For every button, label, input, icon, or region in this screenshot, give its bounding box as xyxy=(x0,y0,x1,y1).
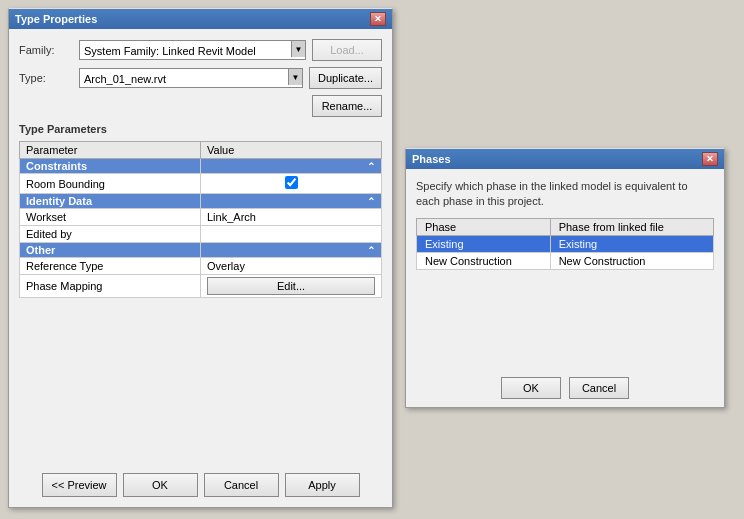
family-control-group: System Family: Linked Revit Model ▼ Load… xyxy=(79,39,382,61)
room-bounding-value[interactable] xyxy=(201,174,382,194)
phases-table: Phase Phase from linked file Existing Ex… xyxy=(416,218,714,270)
type-params-label: Type Parameters xyxy=(19,123,382,135)
parameters-table: Parameter Value Constraints ⌃ Room Bound… xyxy=(19,141,382,298)
family-label: Family: xyxy=(19,44,79,56)
identity-data-collapse-icon[interactable]: ⌃ xyxy=(201,194,382,209)
phase-mapping-value[interactable]: Edit... xyxy=(201,275,382,298)
new-construction-row[interactable]: New Construction New Construction xyxy=(417,252,714,269)
other-label: Other xyxy=(20,243,201,258)
phase-col-header: Phase xyxy=(417,218,551,235)
other-group-row: Other ⌃ xyxy=(20,243,382,258)
identity-data-group-row: Identity Data ⌃ xyxy=(20,194,382,209)
type-value: Arch_01_new.rvt xyxy=(80,69,288,87)
room-bounding-checkbox[interactable] xyxy=(285,176,298,189)
other-collapse-icon[interactable]: ⌃ xyxy=(201,243,382,258)
new-construction-phase: New Construction xyxy=(417,252,551,269)
param-header: Parameter xyxy=(20,142,201,159)
type-combo-arrow[interactable]: ▼ xyxy=(288,69,302,85)
new-construction-linked-phase: New Construction xyxy=(550,252,713,269)
edited-by-value xyxy=(201,226,382,243)
load-button[interactable]: Load... xyxy=(312,39,382,61)
type-properties-titlebar: Type Properties ✕ xyxy=(9,9,392,29)
type-row: Type: Arch_01_new.rvt ▼ Duplicate... xyxy=(19,67,382,89)
existing-linked-phase: Existing xyxy=(550,235,713,252)
family-combo-arrow[interactable]: ▼ xyxy=(291,41,305,57)
type-properties-dialog: Type Properties ✕ Family: System Family:… xyxy=(8,8,393,508)
phases-titlebar: Phases ✕ xyxy=(406,149,724,169)
cancel-button[interactable]: Cancel xyxy=(204,473,279,497)
edited-by-label: Edited by xyxy=(20,226,201,243)
reference-type-label: Reference Type xyxy=(20,258,201,275)
workset-value: Link_Arch xyxy=(201,209,382,226)
phases-cancel-button[interactable]: Cancel xyxy=(569,377,629,399)
value-header: Value xyxy=(201,142,382,159)
phases-close-button[interactable]: ✕ xyxy=(702,152,718,166)
phases-footer: OK Cancel xyxy=(406,377,724,399)
type-control-group: Arch_01_new.rvt ▼ Duplicate... xyxy=(79,67,382,89)
close-icon: ✕ xyxy=(374,14,382,24)
workset-row: Workset Link_Arch xyxy=(20,209,382,226)
type-combo[interactable]: Arch_01_new.rvt ▼ xyxy=(79,68,303,88)
existing-row[interactable]: Existing Existing xyxy=(417,235,714,252)
phase-mapping-edit-button[interactable]: Edit... xyxy=(207,277,375,295)
family-value: System Family: Linked Revit Model xyxy=(80,41,291,59)
duplicate-button[interactable]: Duplicate... xyxy=(309,67,382,89)
rename-button[interactable]: Rename... xyxy=(312,95,382,117)
reference-type-value: Overlay xyxy=(201,258,382,275)
type-properties-title: Type Properties xyxy=(15,13,97,25)
constraints-group-row: Constraints ⌃ xyxy=(20,159,382,174)
family-row: Family: System Family: Linked Revit Mode… xyxy=(19,39,382,61)
phase-mapping-row: Phase Mapping Edit... xyxy=(20,275,382,298)
constraints-collapse-icon[interactable]: ⌃ xyxy=(201,159,382,174)
type-properties-close-button[interactable]: ✕ xyxy=(370,12,386,26)
chevron-down-icon: ▼ xyxy=(295,45,303,54)
phases-content: Specify which phase in the linked model … xyxy=(406,169,724,407)
type-props-footer: << Preview OK Cancel Apply xyxy=(9,473,392,497)
linked-file-col-header: Phase from linked file xyxy=(550,218,713,235)
type-label: Type: xyxy=(19,72,79,84)
edited-by-row: Edited by xyxy=(20,226,382,243)
phase-mapping-label: Phase Mapping xyxy=(20,275,201,298)
room-bounding-row: Room Bounding xyxy=(20,174,382,194)
existing-phase: Existing xyxy=(417,235,551,252)
reference-type-row: Reference Type Overlay xyxy=(20,258,382,275)
phases-close-icon: ✕ xyxy=(706,154,714,164)
chevron-down-icon2: ▼ xyxy=(292,73,300,82)
phases-dialog: Phases ✕ Specify which phase in the link… xyxy=(405,148,725,408)
type-properties-content: Family: System Family: Linked Revit Mode… xyxy=(9,29,392,308)
identity-data-label: Identity Data xyxy=(20,194,201,209)
constraints-label: Constraints xyxy=(20,159,201,174)
ok-button[interactable]: OK xyxy=(123,473,198,497)
preview-button[interactable]: << Preview xyxy=(42,473,117,497)
phases-title: Phases xyxy=(412,153,451,165)
phases-description: Specify which phase in the linked model … xyxy=(416,179,714,210)
room-bounding-label: Room Bounding xyxy=(20,174,201,194)
family-combo[interactable]: System Family: Linked Revit Model ▼ xyxy=(79,40,306,60)
workset-label: Workset xyxy=(20,209,201,226)
apply-button[interactable]: Apply xyxy=(285,473,360,497)
rename-row: Rename... xyxy=(19,95,382,117)
phases-ok-button[interactable]: OK xyxy=(501,377,561,399)
